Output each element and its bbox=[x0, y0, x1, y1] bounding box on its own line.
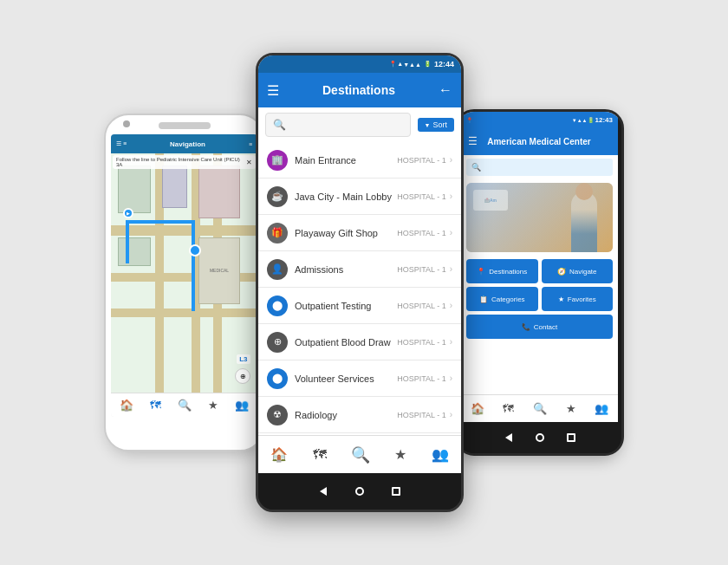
android-nav-right bbox=[458, 422, 621, 453]
header-right: ☰ American Medical Center bbox=[461, 127, 618, 155]
tab-home-center[interactable]: 🏠 bbox=[270, 446, 288, 463]
recents-btn-right[interactable] bbox=[566, 432, 576, 443]
dest-name-4: Outpatient Testing bbox=[295, 301, 397, 311]
home-btn-center[interactable] bbox=[354, 486, 365, 497]
list-item[interactable]: 👤 Admissions HOSPITAL - 1 › bbox=[258, 251, 461, 288]
front-camera bbox=[123, 120, 130, 127]
status-bar-right: 📍 ▼▲▲🔋 12:43 bbox=[461, 112, 618, 127]
status-time-right: 12:43 bbox=[595, 116, 613, 124]
categories-btn-label: Categories bbox=[491, 295, 525, 303]
phone-right-screen: 📍 ▼▲▲🔋 12:43 ☰ American Medical Center 🔍 bbox=[461, 112, 618, 422]
chevron-icon-2: › bbox=[450, 228, 452, 237]
search-icon-right: 🔍 bbox=[471, 163, 481, 172]
chevron-icon-3: › bbox=[450, 264, 452, 274]
navigate-btn-icon: 🧭 bbox=[557, 268, 566, 276]
chevron-icon-5: › bbox=[450, 337, 452, 347]
tab-map-left[interactable]: 🗺 bbox=[150, 399, 161, 412]
dest-hospital-6: HOSPITAL - 1 bbox=[397, 374, 446, 383]
tab-favorites-left[interactable]: ★ bbox=[208, 399, 218, 412]
sort-label: Sort bbox=[432, 120, 447, 129]
dest-icon-6: ⬤ bbox=[267, 368, 288, 389]
header-center: ☰ Destinations ← bbox=[258, 73, 461, 107]
navigate-btn[interactable]: 🧭 Navigate bbox=[542, 259, 614, 283]
status-bar-left: ☰ ≡ Navigation ≡ bbox=[111, 134, 257, 153]
phone-right: 📍 ▼▲▲🔋 12:43 ☰ American Medical Center 🔍 bbox=[455, 109, 624, 456]
sort-dropdown-icon: ▼ bbox=[425, 122, 431, 128]
destinations-btn[interactable]: 📍 Destinations bbox=[466, 259, 538, 283]
hamburger-icon-right[interactable]: ☰ bbox=[468, 135, 478, 147]
dest-hospital-1: HOSPITAL - 1 bbox=[397, 192, 446, 201]
tab-people-left[interactable]: 👥 bbox=[235, 399, 249, 412]
list-item[interactable]: ☕ Java City - Main Lobby HOSPITAL - 1 › bbox=[258, 179, 461, 215]
dest-name-3: Admissions bbox=[295, 264, 397, 275]
bottom-tabs-right: 🏠 🗺 🔍 ★ 👥 bbox=[461, 394, 618, 422]
recents-btn-center[interactable] bbox=[391, 486, 401, 497]
search-sort-row: 🔍 ▼ Sort bbox=[258, 107, 461, 142]
dest-name-2: Playaway Gift Shop bbox=[295, 228, 397, 238]
tab-search-left[interactable]: 🔍 bbox=[178, 399, 192, 412]
dest-icon-2: 🎁 bbox=[267, 223, 288, 244]
hamburger-icon[interactable]: ☰ bbox=[267, 82, 279, 99]
dest-hospital-2: HOSPITAL - 1 bbox=[397, 229, 446, 237]
bottom-tabs-center: 🏠 🗺 🔍 ★ 👥 bbox=[258, 435, 461, 473]
list-item[interactable]: ⬤ Volunteer Services HOSPITAL - 1 › bbox=[258, 360, 461, 397]
list-item[interactable]: ⊕ Outpatient Blood Draw HOSPITAL - 1 › bbox=[258, 324, 461, 360]
dest-icon-1: ☕ bbox=[267, 186, 288, 207]
phone-center-screen: 📍▲ ▼▲▲ 🔋 12:44 ☰ Destinations ← 🔍 bbox=[258, 55, 461, 473]
phone-left: ☰ ≡ Navigation ≡ MEDICAL bbox=[104, 114, 264, 451]
hero-banner: 🏥Am bbox=[466, 183, 613, 252]
list-item[interactable]: ⬤ Outpatient Testing HOSPITAL - 1 › bbox=[258, 288, 461, 324]
tab-home-left[interactable]: 🏠 bbox=[120, 399, 133, 412]
back-btn-right[interactable] bbox=[504, 432, 514, 443]
status-time-center: 12:44 bbox=[434, 60, 454, 68]
tab-people-right[interactable]: 👥 bbox=[595, 402, 608, 415]
list-item[interactable]: ☢ Radiology HOSPITAL - 1 › bbox=[258, 397, 461, 433]
chevron-icon-4: › bbox=[450, 301, 452, 310]
search-bar-right[interactable]: 🔍 bbox=[466, 159, 613, 176]
android-nav-center bbox=[258, 473, 461, 510]
nav-title-left: Navigation bbox=[170, 140, 205, 148]
tab-map-right[interactable]: 🗺 bbox=[503, 402, 514, 415]
chevron-icon-7: › bbox=[450, 410, 452, 419]
bottom-nav-left: 🏠 🗺 🔍 ★ 👥 bbox=[111, 393, 257, 417]
list-item[interactable]: 🏢 Main Entrance HOSPITAL - 1 › bbox=[258, 142, 461, 179]
destinations-btn-icon: 📍 bbox=[477, 268, 485, 276]
favorites-btn[interactable]: ★ Favorites bbox=[542, 287, 614, 311]
sort-button[interactable]: ▼ Sort bbox=[418, 118, 454, 132]
tab-search-center[interactable]: 🔍 bbox=[351, 445, 370, 464]
dest-icon-3: 👤 bbox=[267, 259, 288, 280]
categories-btn[interactable]: 📋 Categories bbox=[466, 287, 538, 311]
compass[interactable]: ⊕ bbox=[235, 368, 250, 384]
dest-icon-7: ☢ bbox=[267, 405, 288, 425]
back-icon[interactable]: ← bbox=[439, 82, 452, 98]
tab-favorites-right[interactable]: ★ bbox=[566, 402, 576, 415]
dest-name-5: Outpatient Blood Draw bbox=[295, 337, 397, 347]
dest-name-6: Volunteer Services bbox=[295, 373, 397, 384]
tab-people-center[interactable]: 👥 bbox=[432, 446, 449, 463]
action-grid: 📍 Destinations 🧭 Navigate 📋 Categories ★… bbox=[461, 256, 618, 315]
amc-title: American Medical Center bbox=[487, 137, 591, 146]
back-btn-center[interactable] bbox=[318, 486, 328, 497]
destinations-title: Destinations bbox=[322, 83, 395, 97]
contact-btn[interactable]: 📞 Contact bbox=[466, 315, 613, 339]
dest-name-0: Main Entrance bbox=[295, 155, 397, 166]
dest-icon-5: ⊕ bbox=[267, 332, 288, 353]
nav-instruction: Follow the line to Pediatric Intensive C… bbox=[116, 157, 246, 167]
map-area: MEDICAL ▶ L3 Follow the line to Pediatri… bbox=[111, 153, 257, 393]
tab-home-right[interactable]: 🏠 bbox=[471, 402, 484, 415]
tab-favorites-center[interactable]: ★ bbox=[394, 446, 406, 463]
dest-hospital-0: HOSPITAL - 1 bbox=[397, 156, 446, 165]
status-bar-center: 📍▲ ▼▲▲ 🔋 12:44 bbox=[258, 55, 461, 73]
chevron-icon-6: › bbox=[450, 373, 452, 383]
tab-map-center[interactable]: 🗺 bbox=[313, 447, 327, 463]
search-bar-center[interactable]: 🔍 bbox=[265, 113, 411, 137]
dest-hospital-7: HOSPITAL - 1 bbox=[397, 411, 446, 419]
home-btn-right[interactable] bbox=[535, 432, 545, 443]
search-input-center[interactable] bbox=[291, 120, 403, 130]
list-item[interactable]: 🎁 Playaway Gift Shop HOSPITAL - 1 › bbox=[258, 215, 461, 251]
tab-search-right[interactable]: 🔍 bbox=[533, 402, 547, 415]
phone-left-screen: ☰ ≡ Navigation ≡ MEDICAL bbox=[111, 134, 257, 417]
dest-hospital-4: HOSPITAL - 1 bbox=[397, 302, 446, 310]
dest-name-1: Java City - Main Lobby bbox=[295, 192, 397, 202]
home-bar-left bbox=[181, 436, 188, 443]
